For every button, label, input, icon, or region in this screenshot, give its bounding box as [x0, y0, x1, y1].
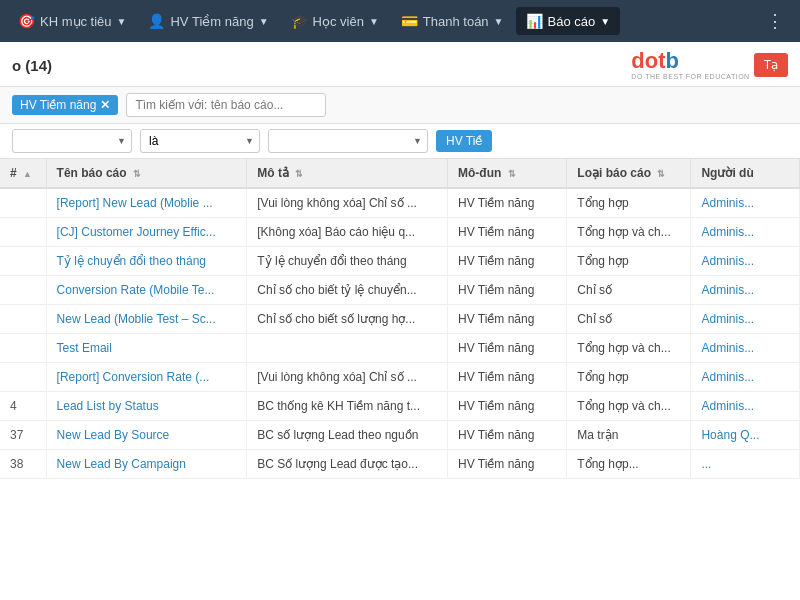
search-input[interactable] [126, 93, 326, 117]
desc-label: Mô tả [257, 166, 289, 180]
action-button[interactable]: Tạ [754, 53, 788, 77]
cell-desc: Chỉ số cho biết số lượng hợ... [247, 305, 448, 334]
chevron-down-icon: ▼ [117, 16, 127, 27]
cell-module: HV Tiềm năng [448, 188, 567, 218]
cell-user[interactable]: Adminis... [691, 305, 800, 334]
cell-user[interactable]: Adminis... [691, 334, 800, 363]
cell-type: Tổng hợp [567, 188, 691, 218]
cell-desc: BC thống kê KH Tiềm năng t... [247, 392, 448, 421]
cell-desc: [Vui lòng không xóa] Chỉ số ... [247, 188, 448, 218]
cell-user[interactable]: Adminis... [691, 247, 800, 276]
cell-module: HV Tiềm năng [448, 218, 567, 247]
field-select[interactable] [12, 129, 132, 153]
nav-label-kh-muc-tieu: KH mục tiêu [40, 14, 112, 29]
chevron-down-icon-5: ▼ [600, 16, 610, 27]
kh-muc-tieu-icon: 🎯 [18, 13, 35, 29]
cell-hash: 4 [0, 392, 46, 421]
cell-hash: 38 [0, 450, 46, 479]
cell-report-name[interactable]: [Report] Conversion Rate (... [46, 363, 247, 392]
cell-desc: BC Số lượng Lead được tạo... [247, 450, 448, 479]
hv-tiem-nang-icon: 👤 [148, 13, 165, 29]
filter-tag-hv-tiem-nang[interactable]: HV Tiềm năng ✕ [12, 95, 118, 115]
cell-hash [0, 334, 46, 363]
bao-cao-icon: 📊 [526, 13, 543, 29]
cell-module: HV Tiềm năng [448, 450, 567, 479]
cell-user[interactable]: Adminis... [691, 363, 800, 392]
value-select-wrapper [268, 129, 428, 153]
table-row: 4Lead List by StatusBC thống kê KH Tiềm … [0, 392, 800, 421]
table-body: [Report] New Lead (Moblie ...[Vui lòng k… [0, 188, 800, 479]
nav-label-bao-cao: Báo cáo [548, 14, 596, 29]
cell-report-name[interactable]: New Lead By Campaign [46, 450, 247, 479]
cell-report-name[interactable]: [Report] New Lead (Moblie ... [46, 188, 247, 218]
hash-label: # [10, 166, 17, 180]
name-label: Tên báo cáo [57, 166, 127, 180]
col-desc-header[interactable]: Mô tả ⇅ [247, 159, 448, 188]
sort-icon-desc: ⇅ [295, 169, 303, 179]
cell-report-name[interactable]: New Lead By Source [46, 421, 247, 450]
cell-report-name[interactable]: [CJ] Customer Journey Effic... [46, 218, 247, 247]
cell-module: HV Tiềm năng [448, 392, 567, 421]
cell-user[interactable]: ... [691, 450, 800, 479]
cell-report-name[interactable]: Test Email [46, 334, 247, 363]
cell-module: HV Tiềm năng [448, 276, 567, 305]
table-row: [Report] Conversion Rate (...[Vui lòng k… [0, 363, 800, 392]
col-hash-header[interactable]: # ▲ [0, 159, 46, 188]
nav-item-hoc-vien[interactable]: 🎓 Học viên ▼ [281, 7, 389, 35]
condition-bar: là HV Tiề [0, 124, 800, 159]
cell-report-name[interactable]: New Lead (Moblie Test – Sc... [46, 305, 247, 334]
filter-tag-label: HV Tiềm năng [20, 98, 96, 112]
chevron-down-icon-4: ▼ [494, 16, 504, 27]
thanh-toan-icon: 💳 [401, 13, 418, 29]
close-icon[interactable]: ✕ [100, 98, 110, 112]
nav-item-hv-tiem-nang[interactable]: 👤 HV Tiềm năng ▼ [138, 7, 278, 35]
col-user-header: Người dù [691, 159, 800, 188]
operator-select[interactable]: là [140, 129, 260, 153]
nav-item-thanh-toan[interactable]: 💳 Thanh toán ▼ [391, 7, 514, 35]
cell-hash [0, 188, 46, 218]
reports-table: # ▲ Tên báo cáo ⇅ Mô tả ⇅ Mô-đun ⇅ Loại … [0, 159, 800, 479]
filter-bar: HV Tiềm năng ✕ [0, 87, 800, 124]
cell-user[interactable]: Adminis... [691, 276, 800, 305]
cell-type: Tổng hợp [567, 363, 691, 392]
cell-module: HV Tiềm năng [448, 421, 567, 450]
col-type-header[interactable]: Loại báo cáo ⇅ [567, 159, 691, 188]
sort-icon-name: ⇅ [133, 169, 141, 179]
table-row: 38New Lead By CampaignBC Số lượng Lead đ… [0, 450, 800, 479]
nav-item-bao-cao[interactable]: 📊 Báo cáo ▼ [516, 7, 621, 35]
cell-user[interactable]: Hoàng Q... [691, 421, 800, 450]
cell-type: Chỉ số [567, 276, 691, 305]
logo-container: dotb DO THE BEST FOR EDUCATION Tạ [631, 50, 788, 80]
col-name-header[interactable]: Tên báo cáo ⇅ [46, 159, 247, 188]
table-row: Tỷ lệ chuyển đổi theo thángTỷ lệ chuyển … [0, 247, 800, 276]
dotb-logo: dotb DO THE BEST FOR EDUCATION [631, 50, 749, 80]
value-select[interactable] [268, 129, 428, 153]
nav-more-button[interactable]: ⋮ [758, 4, 792, 38]
cell-module: HV Tiềm năng [448, 247, 567, 276]
cell-desc: [Vui lòng không xóa] Chỉ số ... [247, 363, 448, 392]
cell-report-name[interactable]: Conversion Rate (Mobile Te... [46, 276, 247, 305]
logo-b: b [666, 50, 679, 72]
cell-report-name[interactable]: Tỷ lệ chuyển đổi theo tháng [46, 247, 247, 276]
module-label: Mô-đun [458, 166, 501, 180]
user-label: Người dù [701, 166, 753, 180]
cell-type: Tổng hợp và ch... [567, 218, 691, 247]
cell-user[interactable]: Adminis... [691, 188, 800, 218]
cell-type: Ma trận [567, 421, 691, 450]
logo-dot: dot [631, 50, 665, 72]
nav-item-kh-muc-tieu[interactable]: 🎯 KH mục tiêu ▼ [8, 7, 136, 35]
cell-user[interactable]: Adminis... [691, 392, 800, 421]
cell-desc: Tỷ lệ chuyển đổi theo tháng [247, 247, 448, 276]
cell-report-name[interactable]: Lead List by Status [46, 392, 247, 421]
condition-apply-button[interactable]: HV Tiề [436, 130, 492, 152]
cell-hash [0, 247, 46, 276]
col-module-header[interactable]: Mô-đun ⇅ [448, 159, 567, 188]
table-header-row: # ▲ Tên báo cáo ⇅ Mô tả ⇅ Mô-đun ⇅ Loại … [0, 159, 800, 188]
table-container: # ▲ Tên báo cáo ⇅ Mô tả ⇅ Mô-đun ⇅ Loại … [0, 159, 800, 595]
cell-hash [0, 363, 46, 392]
cell-type: Chỉ số [567, 305, 691, 334]
table-row: [CJ] Customer Journey Effic...[Không xóa… [0, 218, 800, 247]
type-label: Loại báo cáo [577, 166, 651, 180]
operator-select-wrapper: là [140, 129, 260, 153]
cell-user[interactable]: Adminis... [691, 218, 800, 247]
